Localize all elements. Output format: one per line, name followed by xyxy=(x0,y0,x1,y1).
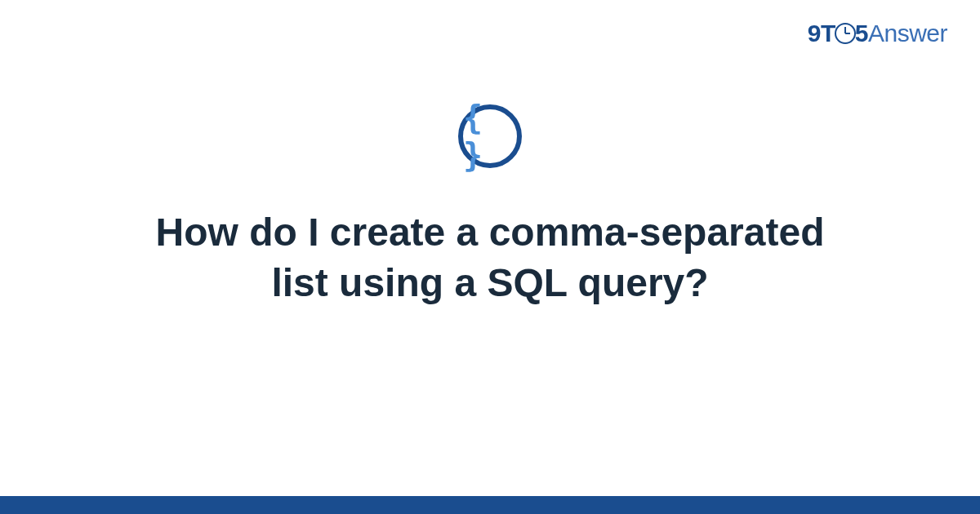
logo-text-9t: 9T xyxy=(808,20,835,47)
main-content: { } How do I create a comma-separated li… xyxy=(0,104,980,309)
code-braces-icon: { } xyxy=(463,99,517,174)
question-title: How do I create a comma-separated list u… xyxy=(98,207,882,309)
clock-icon xyxy=(835,23,856,44)
site-logo[interactable]: 9T5Answer xyxy=(808,20,947,47)
logo-text-answer: Answer xyxy=(868,20,947,47)
footer-accent-bar xyxy=(0,496,980,514)
category-icon-circle: { } xyxy=(458,104,522,168)
logo-text-5: 5 xyxy=(855,20,868,47)
